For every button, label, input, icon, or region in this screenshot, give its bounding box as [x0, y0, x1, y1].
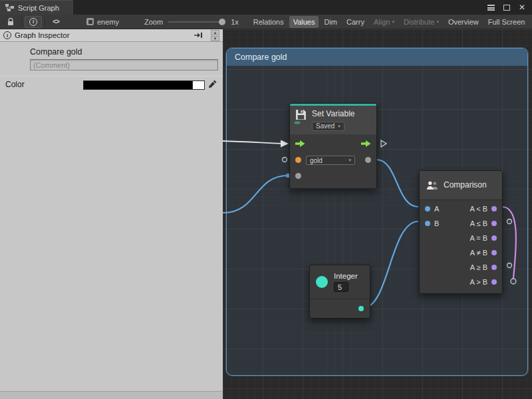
comparison-row: A ≥ B: [420, 260, 502, 275]
wire-flow-in-arrowhead: [281, 140, 289, 148]
output-port-not-equal[interactable]: [491, 250, 497, 255]
close-icon[interactable]: ✕: [519, 3, 525, 11]
chevron-down-icon: ▾: [338, 124, 340, 129]
port-label: A ≠ B: [470, 249, 487, 257]
inspector-stepper: ▲ ▼: [211, 30, 219, 41]
zoom-slider-handle[interactable]: [219, 19, 225, 25]
fullscreen-button[interactable]: Full Screen: [484, 16, 529, 28]
inspector-scrollbar-horizontal[interactable]: [0, 391, 223, 399]
tab-script-graph[interactable]: Script Graph: [0, 0, 73, 15]
step-down-button[interactable]: ▼: [211, 36, 219, 41]
chevron-down-icon: ▾: [436, 19, 439, 25]
output-port-greater[interactable]: [491, 279, 497, 285]
align-button[interactable]: Align▾: [370, 16, 398, 28]
relations-button[interactable]: Relations: [249, 16, 288, 28]
color-label: Color: [5, 80, 25, 89]
node-integer[interactable]: Integer 5: [309, 265, 370, 319]
chevron-down-icon: ▾: [348, 158, 351, 163]
graph-canvas[interactable]: Compare gold: [223, 29, 532, 399]
node-comparison[interactable]: Comparison A A < B B: [419, 170, 503, 294]
integer-output-port[interactable]: [358, 306, 364, 311]
comment-input[interactable]: [30, 59, 218, 70]
values-button[interactable]: Values: [289, 16, 319, 28]
code-badge-icon: <>: [295, 120, 299, 126]
variable-dropdown[interactable]: gold ▾: [306, 156, 355, 165]
node-title: Set Variable: [312, 109, 354, 119]
lock-button[interactable]: [3, 16, 19, 28]
inspector-title: Graph Inspector: [15, 31, 69, 39]
node-body: A A < B B A ≤ B: [420, 200, 502, 293]
wire-setvar-to-comparison-a[interactable]: [376, 160, 418, 207]
comparison-icon: [426, 181, 438, 190]
window-menu-icon[interactable]: [487, 5, 495, 11]
input-value-port[interactable]: [295, 173, 301, 179]
graph-asset-icon: [86, 18, 94, 25]
node-ports: [310, 299, 370, 318]
maximize-icon[interactable]: [503, 5, 510, 11]
titlebar: Script Graph ✕: [0, 0, 532, 15]
info-icon: i: [29, 18, 37, 26]
unconnected-flow-port[interactable]: [381, 140, 386, 147]
info-button[interactable]: i: [25, 16, 42, 28]
flow-input-port[interactable]: [295, 140, 305, 148]
color-field[interactable]: [83, 80, 205, 90]
distribute-button[interactable]: Distribute▾: [400, 16, 443, 28]
dim-button[interactable]: Dim: [320, 16, 341, 28]
unconnected-port[interactable]: [507, 263, 512, 268]
graph-owner-label: enemy: [97, 18, 119, 26]
port-label: A < B: [469, 205, 487, 213]
chevron-down-icon: ▾: [392, 19, 394, 25]
node-title: Integer: [334, 272, 358, 280]
step-up-button[interactable]: ▲: [211, 30, 219, 35]
tab-title: Script Graph: [18, 4, 59, 12]
comparison-row: B A ≤ B: [420, 216, 502, 231]
save-variable-icon: <>: [295, 109, 307, 124]
dock-icon[interactable]: [194, 32, 203, 39]
comparison-row: A A < B: [420, 201, 502, 216]
carry-button[interactable]: Carry: [342, 16, 368, 28]
zoom-label: Zoom: [144, 18, 163, 26]
flow-output-port[interactable]: [361, 140, 371, 148]
eyedropper-icon[interactable]: [208, 79, 217, 90]
output-value-port[interactable]: [365, 157, 371, 163]
input-port-a[interactable]: [425, 206, 430, 211]
node-header: Integer 5: [310, 265, 370, 299]
unconnected-port[interactable]: [511, 279, 516, 284]
output-port-less[interactable]: [491, 206, 497, 211]
output-port-equal[interactable]: [491, 235, 497, 241]
zoom-slider[interactable]: [168, 21, 224, 23]
variable-port-row: gold ▾: [290, 152, 376, 168]
node-header: Comparison: [420, 171, 502, 200]
node-set-variable[interactable]: <> Set Variable Saved ▾: [289, 103, 377, 189]
window-controls: ✕: [487, 0, 532, 15]
value-port-row: [290, 168, 376, 184]
variable-scope-dropdown[interactable]: Saved ▾: [312, 122, 344, 131]
overview-button[interactable]: Overview: [444, 16, 483, 28]
comparison-row: A ≠ B: [420, 245, 502, 260]
unconnected-port[interactable]: [507, 219, 512, 224]
port-label: A ≥ B: [470, 263, 487, 271]
edit-graph-button[interactable]: <>: [48, 16, 64, 28]
variable-name-port[interactable]: [295, 157, 301, 163]
graph-owner[interactable]: enemy: [86, 18, 119, 26]
port-label: A: [434, 205, 439, 213]
lock-icon: [7, 17, 15, 26]
output-port-less-equal[interactable]: [491, 221, 497, 226]
input-port-b[interactable]: [425, 221, 430, 226]
inspector-header: i Graph Inspector ▲ ▼: [0, 29, 223, 42]
unconnected-port[interactable]: [283, 158, 287, 162]
wire-integer-to-comparison-b[interactable]: [363, 221, 418, 308]
comparison-row: A > B: [420, 275, 502, 289]
port-label: A = B: [469, 234, 487, 242]
wire-flow-in[interactable]: [223, 141, 282, 144]
divider: [0, 76, 223, 76]
color-alpha-segment: [192, 81, 204, 89]
wire-value-in[interactable]: [223, 176, 288, 213]
output-port-greater-equal[interactable]: [491, 265, 497, 270]
integer-value-input[interactable]: 5: [334, 282, 348, 292]
node-body: gold ▾: [290, 134, 376, 188]
node-header: <> Set Variable Saved ▾: [290, 106, 376, 134]
flow-port-row: [290, 136, 376, 152]
toolbar-buttons: Relations Values Dim Carry Align▾ Distri…: [249, 16, 529, 28]
graph-toolbar: i <> enemy Zoom 1x Relations Values Dim …: [0, 15, 532, 29]
